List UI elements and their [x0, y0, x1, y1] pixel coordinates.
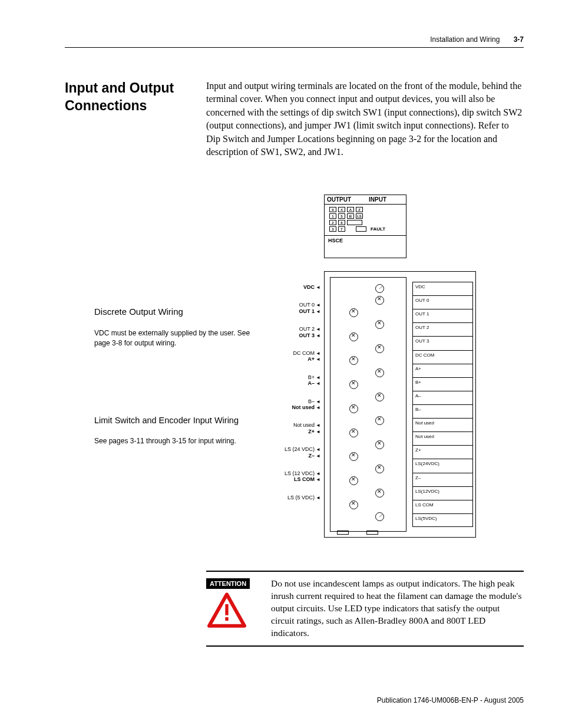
- svg-rect-2: [225, 617, 228, 621]
- terminal-label: Z+: [308, 426, 324, 437]
- wiring-diagram: OUTPUT INPUT 04AZ15BLS2637FAULT HSCE VDC…: [242, 195, 483, 539]
- terminal-label: LS COM: [294, 473, 324, 485]
- right-terminal-label: A–: [412, 391, 473, 404]
- terminal-label: LS (5 VDC): [287, 492, 324, 503]
- terminal-labels: VDCOUT 0OUT 1OUT 2OUT 3DC COMA+B+A–B–Not…: [259, 283, 324, 523]
- led-output-label: OUTPUT: [325, 195, 364, 204]
- terminal-label: OUT 3: [299, 330, 324, 341]
- right-terminal-label: LS(12VDC): [412, 486, 473, 500]
- right-terminal-label: VDC: [412, 282, 473, 295]
- led-indicator-panel: OUTPUT INPUT 04AZ15BLS2637FAULT HSCE: [324, 195, 406, 258]
- terminal-label: A+: [308, 353, 324, 365]
- right-terminal-label: LS(5VDC): [412, 513, 473, 527]
- right-terminal-label: OUT 0: [412, 295, 473, 309]
- discrete-output-note: Discrete Output Wiring VDC must be exter…: [94, 307, 253, 348]
- attention-text: Do not use incandescent lamps as output …: [271, 578, 524, 640]
- chapter-name: Installation and Wiring: [430, 35, 500, 44]
- right-terminal-label: Not used: [412, 431, 473, 445]
- warning-icon: [206, 592, 259, 630]
- terminal-label: Z–: [309, 450, 324, 462]
- footer-publication: Publication 1746-UM006B-EN-P - August 20…: [377, 696, 524, 704]
- right-terminal-label: Z+: [412, 445, 473, 459]
- header-rule: [65, 47, 524, 48]
- limit-switch-title: Limit Switch and Encoder Input Wiring: [94, 416, 253, 425]
- discrete-output-body: VDC must be externally supplied by the u…: [94, 328, 253, 348]
- terminal-block-right: VDCOUT 0OUT 1OUT 2OUT 3DC COMA+B+A–B–Not…: [412, 282, 473, 527]
- terminal-label: OUT 1: [299, 305, 324, 317]
- terminal-label: VDC: [303, 281, 324, 293]
- right-terminal-label: OUT 1: [412, 309, 473, 322]
- terminal-label: Not used: [292, 401, 324, 413]
- page-number: 3-7: [514, 35, 524, 44]
- terminal-label: A–: [308, 377, 324, 389]
- right-terminal-label: Not used: [412, 418, 473, 431]
- terminal-screws: [339, 283, 404, 523]
- right-terminal-label: LS COM: [412, 500, 473, 513]
- svg-rect-1: [225, 604, 228, 615]
- right-terminal-label: A+: [412, 364, 473, 377]
- section-title: Input and Output Connections: [65, 80, 183, 115]
- hsce-label: HSCE: [325, 235, 406, 245]
- limit-switch-note: Limit Switch and Encoder Input Wiring Se…: [94, 416, 253, 445]
- right-terminal-label: OUT 3: [412, 336, 473, 350]
- right-terminal-label: OUT 2: [412, 322, 473, 336]
- limit-switch-body: See pages 3-11 through 3-15 for input wi…: [94, 437, 253, 445]
- right-terminal-label: DC COM: [412, 350, 473, 364]
- discrete-output-title: Discrete Output Wiring: [94, 307, 253, 317]
- led-input-label: INPUT: [364, 195, 406, 204]
- running-header: Installation and Wiring 3-7: [430, 35, 524, 44]
- attention-label: ATTENTION: [206, 578, 250, 589]
- module-bottom-tabs: [337, 531, 378, 535]
- right-terminal-label: LS(24VDC): [412, 459, 473, 472]
- right-terminal-label: Z–: [412, 473, 473, 486]
- section-body: Input and output wiring terminals are lo…: [206, 80, 524, 159]
- right-terminal-label: B–: [412, 404, 473, 418]
- right-terminal-label: B+: [412, 377, 473, 391]
- attention-block: ATTENTION Do not use incandescent lamps …: [206, 571, 524, 647]
